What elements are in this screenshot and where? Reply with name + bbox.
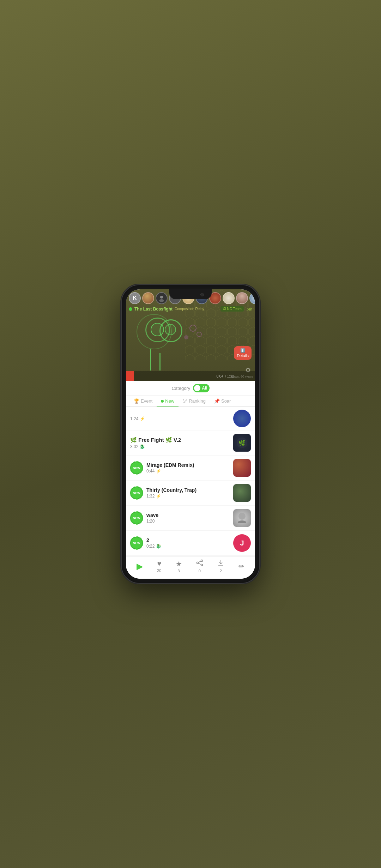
play-button[interactable]: ▶ bbox=[137, 561, 143, 571]
details-label: Details bbox=[237, 354, 249, 358]
mirage-meta: 0:44 ⚡ bbox=[146, 469, 230, 474]
tab-soar[interactable]: 📌 Soar bbox=[210, 396, 235, 406]
wave-name: wave bbox=[146, 512, 230, 518]
mirage-thumb bbox=[233, 459, 251, 477]
settings-icon[interactable]: ⚙ bbox=[245, 366, 251, 374]
truncated-thumb bbox=[233, 410, 251, 427]
free-fight-name: 🌿 Free Fight 🌿 V.2 bbox=[130, 437, 230, 443]
avatar-k[interactable]: K bbox=[129, 292, 141, 304]
wave-duration: 1:20 bbox=[146, 519, 155, 524]
thirty-duration: 1:32 bbox=[146, 494, 155, 499]
tab-event[interactable]: 🏆 Event bbox=[129, 396, 157, 406]
svg-point-13 bbox=[196, 562, 198, 564]
avatar-2[interactable] bbox=[156, 292, 168, 304]
thirty-thumb bbox=[233, 484, 251, 502]
edit-button[interactable]: ✏ bbox=[238, 562, 244, 571]
star-icon: ★ bbox=[176, 560, 182, 568]
share-button[interactable]: 0 bbox=[196, 559, 203, 573]
download-button[interactable]: 2 bbox=[217, 559, 224, 573]
download-count: 2 bbox=[220, 569, 222, 573]
free-fight-icon: 🐉 bbox=[140, 444, 145, 449]
thirty-meta: 1:32 ⚡ bbox=[146, 494, 230, 499]
truncated-duration: 1:24 bbox=[130, 416, 138, 421]
heart-icon: ♥ bbox=[157, 560, 161, 568]
svg-line-14 bbox=[198, 561, 201, 562]
live-indicator bbox=[129, 307, 132, 311]
song-item-thirty[interactable]: NEW Thirty (Country, Trap) 1:32 ⚡ bbox=[126, 481, 255, 506]
details-icon: ℹ️ bbox=[240, 348, 245, 353]
dot-1 bbox=[189, 325, 196, 332]
phone-frame: K + bbox=[122, 285, 259, 583]
mirage-duration: 0:44 bbox=[146, 469, 155, 474]
song-info-bar: The Last Bossfight Composition Relay XLN… bbox=[126, 306, 255, 312]
truncated-song-meta: 1:24 ⚡ bbox=[130, 416, 230, 421]
song2-thumb: J bbox=[233, 534, 251, 552]
category-label: Category bbox=[171, 386, 190, 391]
tab-new-label: New bbox=[165, 398, 174, 404]
avatar-1[interactable] bbox=[142, 292, 154, 304]
free-fight-duration: 3:02 bbox=[130, 444, 138, 449]
heart-button[interactable]: ♥ 20 bbox=[157, 560, 161, 573]
truncated-song-item[interactable]: 1:24 ⚡ bbox=[126, 407, 255, 430]
download-icon bbox=[217, 559, 224, 568]
thirty-details: Thirty (Country, Trap) 1:32 ⚡ bbox=[146, 487, 230, 499]
heart-count: 20 bbox=[157, 568, 161, 573]
circle-small-2 bbox=[165, 324, 176, 335]
mirage-icon: ⚡ bbox=[156, 469, 161, 474]
svg-point-12 bbox=[201, 564, 202, 566]
notch bbox=[169, 289, 212, 299]
song-list: 1:24 ⚡ 🌿 Free Fight 🌿 V.2 bbox=[126, 407, 255, 556]
avatar-8[interactable] bbox=[236, 292, 248, 304]
new-badge-thirty: NEW bbox=[130, 487, 143, 499]
details-button[interactable]: ℹ️ Details bbox=[234, 346, 252, 360]
wave-details: wave 1:20 bbox=[146, 512, 230, 524]
song2-name: 2 bbox=[146, 537, 230, 543]
tab-soar-label: Soar bbox=[221, 398, 231, 404]
dot-3 bbox=[184, 335, 188, 339]
vbar-1 bbox=[150, 349, 151, 370]
edit-icon: ✏ bbox=[238, 562, 244, 571]
new-badge-mirage: NEW bbox=[130, 462, 143, 474]
svg-point-9 bbox=[238, 513, 246, 520]
xlnc-extra: xln bbox=[247, 307, 252, 311]
new-badge-2: NEW bbox=[130, 537, 143, 549]
game-song-title: The Last Bossfight bbox=[134, 307, 173, 312]
tab-event-label: Event bbox=[141, 398, 152, 404]
thirty-name: Thirty (Country, Trap) bbox=[146, 487, 230, 493]
bottom-nav: ▶ ♥ 20 ★ 3 0 bbox=[126, 556, 255, 579]
song-item-mirage[interactable]: NEW Mirage (EDM Remix) 0:44 ⚡ bbox=[126, 456, 255, 481]
share-count: 0 bbox=[199, 569, 201, 573]
star-button[interactable]: ★ 3 bbox=[176, 560, 182, 573]
toggle-text: All bbox=[202, 386, 207, 391]
svg-point-11 bbox=[201, 560, 202, 562]
star-count: 3 bbox=[178, 569, 180, 573]
mirage-details: Mirage (EDM Remix) 0:44 ⚡ bbox=[146, 462, 230, 474]
avatar-9[interactable] bbox=[249, 292, 255, 304]
new-badge-wave: NEW bbox=[130, 512, 143, 524]
category-bar: Category All bbox=[126, 381, 255, 396]
song2-duration: 0:22 bbox=[146, 544, 155, 549]
play-icon: ▶ bbox=[137, 561, 143, 571]
tab-ranking[interactable]: 🕊 Ranking bbox=[179, 396, 210, 406]
toggle-knob bbox=[194, 385, 200, 391]
share-icon bbox=[196, 559, 203, 568]
circle-small-1 bbox=[151, 323, 164, 336]
phone-screen: K + bbox=[126, 289, 255, 579]
tabs-row: 🏆 Event New 🕊 Ranking 📌 Soar bbox=[126, 396, 255, 407]
composition-label: Composition Relay bbox=[175, 307, 204, 311]
song-item-2[interactable]: NEW 2 0:22 🐉 J bbox=[126, 531, 255, 556]
tab-new-dot bbox=[161, 400, 164, 403]
svg-point-1 bbox=[159, 299, 164, 302]
song2-meta: 0:22 🐉 bbox=[146, 544, 230, 549]
avatar-7[interactable] bbox=[223, 292, 235, 304]
song2-icon: 🐉 bbox=[156, 544, 161, 549]
mirage-name: Mirage (EDM Remix) bbox=[146, 462, 230, 468]
tab-new[interactable]: New bbox=[157, 396, 179, 406]
svg-point-0 bbox=[160, 296, 163, 299]
svg-point-10 bbox=[238, 520, 246, 523]
song-item-free-fight[interactable]: 🌿 Free Fight 🌿 V.2 3:02 🐉 🌿 bbox=[126, 430, 255, 456]
category-toggle[interactable]: All bbox=[193, 384, 209, 392]
tab-soar-icon: 📌 bbox=[214, 398, 220, 404]
dot-2 bbox=[196, 332, 202, 337]
song-item-wave[interactable]: NEW wave 1:20 bbox=[126, 506, 255, 531]
